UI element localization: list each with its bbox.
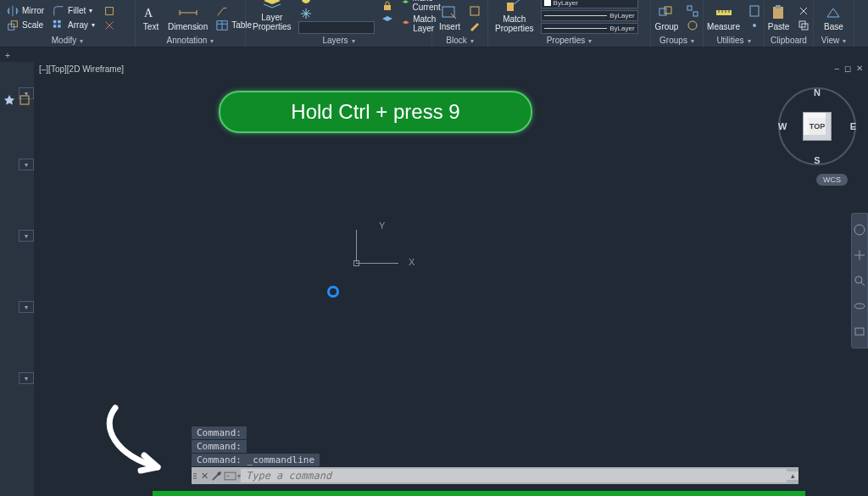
copy-button[interactable]: [796, 19, 811, 32]
svg-rect-23: [776, 5, 781, 8]
text-button[interactable]: A Text: [141, 4, 161, 32]
svg-rect-14: [659, 8, 666, 15]
svg-rect-31: [225, 472, 236, 480]
block-edit-button[interactable]: [467, 19, 482, 32]
base-button[interactable]: Base: [822, 4, 845, 32]
compass-w[interactable]: W: [778, 121, 787, 131]
svg-rect-13: [507, 3, 514, 11]
nav-wheel-icon[interactable]: [854, 224, 865, 236]
command-input[interactable]: [241, 469, 787, 482]
palette-icon-2[interactable]: [19, 94, 31, 106]
group-edit-button[interactable]: [685, 19, 700, 32]
ungroup-button[interactable]: [685, 4, 700, 18]
command-recent-button[interactable]: ▴: [787, 471, 798, 480]
modify-extra-2[interactable]: [102, 19, 117, 32]
measure-icon: [715, 5, 733, 20]
svg-point-28: [855, 276, 862, 283]
panel-title-groups[interactable]: Groups: [656, 34, 698, 47]
layer-dropdown[interactable]: [298, 21, 375, 34]
fillet-label: Fillet: [68, 6, 86, 15]
svg-rect-17: [693, 12, 698, 16]
compass-n[interactable]: N: [814, 87, 821, 98]
panel-title-utilities[interactable]: Utilities: [709, 34, 759, 47]
util-btn-2[interactable]: [747, 19, 762, 32]
viewport-maximize[interactable]: ◻: [844, 64, 851, 73]
measure-button[interactable]: Measure: [705, 4, 742, 32]
command-grip[interactable]: [192, 471, 198, 481]
cut-button[interactable]: [796, 4, 811, 18]
block-create-icon: [469, 5, 481, 17]
nav-orbit-icon[interactable]: [854, 300, 865, 312]
svg-rect-26: [20, 96, 29, 104]
linetype-dropdown[interactable]: ByLayer: [541, 23, 638, 34]
panel-groups: Group Groups: [651, 0, 704, 47]
util-btn-1[interactable]: [747, 4, 762, 18]
layer-btn-a1[interactable]: [298, 0, 375, 6]
command-customize-button[interactable]: [210, 469, 224, 482]
layer-lock-icon: [381, 0, 393, 12]
svg-rect-16: [687, 6, 692, 10]
view-cube[interactable]: N S E W TOP: [778, 87, 856, 165]
lineweight-dropdown[interactable]: ByLayer: [541, 10, 638, 21]
command-close-button[interactable]: ✕: [198, 471, 210, 482]
group-button[interactable]: Group: [654, 4, 681, 32]
svg-rect-20: [750, 6, 759, 16]
layer-iso-icon: [381, 14, 393, 26]
scale-icon: [7, 20, 19, 31]
dimension-button[interactable]: Dimension: [166, 4, 209, 32]
palette-drop-5[interactable]: ▾: [19, 372, 34, 384]
drawing-canvas[interactable]: [–][Top][2D Wireframe] – ◻ ✕ Hold Ctrl +…: [34, 62, 868, 496]
array-icon: [53, 20, 64, 31]
layer-properties-button[interactable]: Layer Properties: [251, 0, 293, 32]
command-line: Command: Command: Command: _commandline …: [192, 426, 798, 484]
panel-title-view[interactable]: View: [819, 34, 849, 47]
panel-title-block[interactable]: Block: [437, 34, 482, 47]
file-tab-strip: +: [0, 47, 868, 62]
palette-icon-1[interactable]: [3, 94, 15, 106]
nav-showmotion-icon[interactable]: [854, 326, 865, 337]
svg-point-29: [854, 304, 865, 309]
insert-button[interactable]: Insert: [437, 4, 462, 32]
nav-pan-icon[interactable]: [854, 249, 865, 261]
panel-title-annotation[interactable]: Annotation: [141, 34, 240, 47]
layer-properties-label: Layer Properties: [253, 13, 292, 31]
cursor-marker: [327, 286, 339, 298]
nav-zoom-icon[interactable]: [854, 275, 865, 287]
compass-s[interactable]: S: [814, 155, 820, 165]
viewport-label[interactable]: [–][Top][2D Wireframe]: [39, 64, 124, 74]
navigation-bar: [851, 213, 868, 348]
panel-title-properties[interactable]: Properties: [493, 34, 645, 47]
color-dropdown[interactable]: ByLayer: [541, 0, 638, 8]
fillet-button[interactable]: Fillet ▾: [51, 4, 97, 18]
modify-extra-1[interactable]: [102, 4, 117, 18]
wcs-badge[interactable]: WCS: [816, 174, 848, 186]
array-button[interactable]: Array ▾: [51, 19, 97, 32]
command-prompt-icon[interactable]: ▾: [224, 470, 241, 482]
layer-btn-b1[interactable]: [380, 0, 395, 13]
palette-drop-2[interactable]: ▾: [19, 159, 34, 170]
paste-label: Paste: [768, 22, 790, 31]
panel-title-layers[interactable]: Layers: [251, 34, 426, 47]
palette-drop-4[interactable]: ▾: [19, 301, 34, 313]
layer-btn-b2[interactable]: [380, 14, 395, 27]
layer-btn-a2[interactable]: [298, 7, 375, 20]
compass-e[interactable]: E: [850, 121, 856, 131]
viewport-minimize[interactable]: –: [834, 64, 839, 73]
match-properties-button[interactable]: Match Properties: [493, 0, 536, 34]
panel-properties: Match Properties ByLayer ByLayer ByLayer…: [488, 0, 651, 47]
panel-title-clipboard[interactable]: Clipboard: [770, 34, 808, 47]
panel-title-modify[interactable]: Modify: [5, 34, 130, 47]
palette-drop-3[interactable]: ▾: [19, 230, 34, 242]
paste-button[interactable]: Paste: [766, 4, 792, 32]
block-create-button[interactable]: [467, 4, 482, 18]
viewport-close[interactable]: ✕: [856, 64, 863, 73]
svg-rect-2: [53, 20, 57, 23]
view-cube-face[interactable]: TOP: [803, 112, 832, 141]
svg-rect-3: [58, 20, 61, 23]
command-history-line: Command:: [192, 440, 247, 453]
viewport-window-controls: – ◻ ✕: [834, 64, 863, 73]
base-icon: [824, 5, 843, 20]
new-tab-button[interactable]: +: [2, 49, 14, 61]
mirror-button[interactable]: Mirror: [5, 4, 46, 18]
scale-button[interactable]: Scale: [5, 19, 46, 32]
